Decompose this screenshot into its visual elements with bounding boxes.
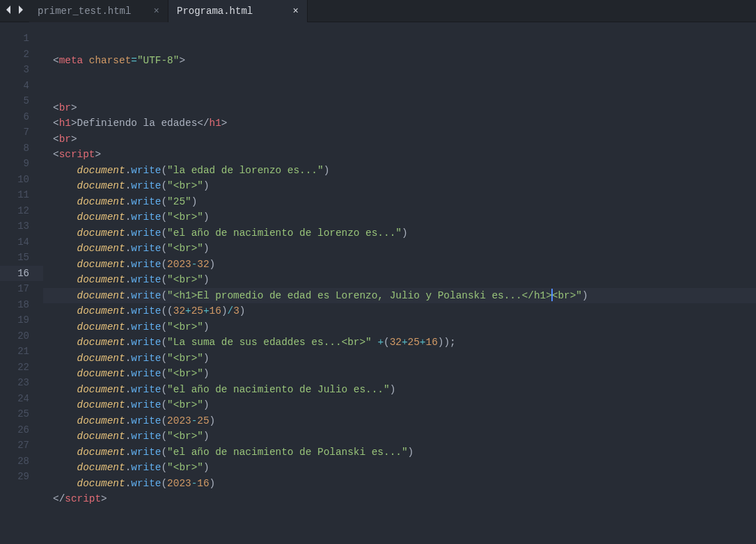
code-line[interactable]: <script> — [43, 147, 756, 163]
tab-bar: primer_test.html×Programa.html× — [0, 0, 756, 22]
close-icon[interactable]: × — [293, 6, 299, 16]
code-editor[interactable]: 1234567891011121314151617181920212223242… — [0, 22, 756, 544]
line-number: 2 — [0, 47, 43, 63]
nav-forward-icon[interactable] — [17, 6, 24, 17]
code-line[interactable]: <h1>Definiendo la edades</h1> — [43, 115, 756, 131]
nav-back-icon[interactable] — [6, 6, 13, 17]
line-number: 26 — [0, 422, 43, 438]
code-line[interactable]: <meta charset="UTF-8"> — [43, 53, 756, 69]
line-number: 5 — [0, 93, 43, 109]
line-number: 1 — [0, 31, 43, 47]
line-number: 7 — [0, 125, 43, 141]
code-area[interactable]: <meta charset="UTF-8"><br><h1>Definiendo… — [43, 22, 756, 544]
code-line[interactable]: document.write("el año de nacimiento de … — [43, 382, 756, 398]
code-line[interactable]: document.write(2023-16) — [43, 476, 756, 492]
line-number-gutter: 1234567891011121314151617181920212223242… — [0, 22, 43, 544]
code-line[interactable]: document.write((32+25+16)/3) — [43, 303, 756, 319]
line-number: 12 — [0, 203, 43, 219]
line-number: 13 — [0, 218, 43, 234]
code-line[interactable]: document.write("<h1>El promedio de edad … — [43, 288, 756, 304]
code-line[interactable]: document.write(2023-25) — [43, 413, 756, 429]
code-line[interactable] — [43, 84, 756, 100]
code-line[interactable] — [43, 69, 756, 85]
line-number: 28 — [0, 454, 43, 470]
line-number: 25 — [0, 406, 43, 422]
line-number: 3 — [0, 62, 43, 78]
line-number: 6 — [0, 109, 43, 125]
code-line[interactable]: document.write("<br>") — [43, 319, 756, 335]
tab-label: primer_test.html — [38, 6, 131, 17]
code-line[interactable]: <br> — [43, 131, 756, 147]
code-line[interactable]: document.write("el año de nacimiento de … — [43, 445, 756, 461]
line-number: 11 — [0, 187, 43, 203]
code-line[interactable]: document.write("<br>") — [43, 460, 756, 476]
text-cursor — [551, 289, 553, 301]
line-number: 10 — [0, 172, 43, 188]
code-line[interactable]: document.write("<br>") — [43, 397, 756, 413]
code-line[interactable]: document.write("<br>") — [43, 178, 756, 194]
line-number: 21 — [0, 344, 43, 360]
code-line[interactable]: document.write("la edad de lorenzo es...… — [43, 163, 756, 179]
code-line[interactable]: document.write("el año de nacimiento de … — [43, 225, 756, 241]
line-number: 23 — [0, 375, 43, 391]
code-line[interactable]: document.write(2023-32) — [43, 257, 756, 273]
svg-marker-1 — [19, 6, 23, 14]
line-number: 16 — [0, 266, 43, 282]
code-line[interactable]: </script> — [43, 491, 756, 507]
line-number: 20 — [0, 328, 43, 344]
code-line[interactable]: document.write("<br>") — [43, 366, 756, 382]
line-number: 17 — [0, 281, 43, 297]
code-line[interactable]: document.write("<br>") — [43, 272, 756, 288]
line-number: 27 — [0, 438, 43, 454]
code-line[interactable]: document.write("<br>") — [43, 241, 756, 257]
code-line[interactable]: <br> — [43, 100, 756, 116]
close-icon[interactable]: × — [154, 6, 159, 16]
line-number: 4 — [0, 78, 43, 94]
code-line[interactable]: document.write("La suma de sus edaddes e… — [43, 335, 756, 351]
tab-programa-html[interactable]: Programa.html× — [168, 0, 308, 22]
line-number: 24 — [0, 391, 43, 407]
line-number: 29 — [0, 469, 43, 485]
line-number: 22 — [0, 360, 43, 376]
line-number: 19 — [0, 312, 43, 328]
tab-nav-arrows — [0, 6, 29, 17]
line-number: 9 — [0, 156, 43, 172]
code-line[interactable]: document.write("25") — [43, 194, 756, 210]
tab-primer_test-html[interactable]: primer_test.html× — [29, 0, 168, 22]
line-number: 15 — [0, 250, 43, 266]
svg-marker-0 — [6, 6, 10, 14]
line-number: 8 — [0, 141, 43, 157]
line-number: 14 — [0, 234, 43, 250]
line-number: 18 — [0, 297, 43, 313]
code-line[interactable]: document.write("<br>") — [43, 429, 756, 445]
code-line[interactable]: document.write("<br>") — [43, 351, 756, 367]
tab-label: Programa.html — [177, 6, 253, 17]
code-line[interactable]: document.write("<br>") — [43, 209, 756, 225]
